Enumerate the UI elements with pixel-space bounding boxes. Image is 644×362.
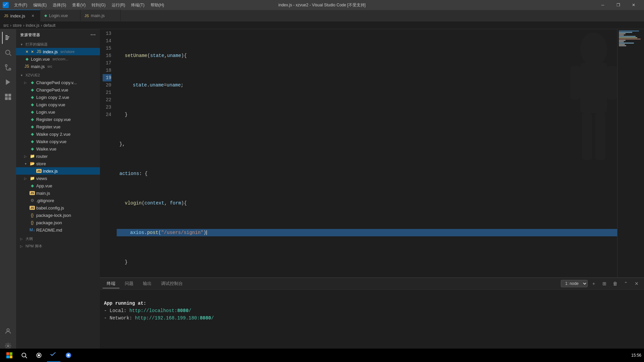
breadcrumb-file[interactable]: index.js xyxy=(26,23,40,28)
window-title: index.js - xzvue2 - Visual Studio Code [… xyxy=(278,2,366,8)
file-changepwd-vue[interactable]: ◆ ChangePwd.vue xyxy=(16,86,100,94)
menu-run[interactable]: 运行(R) xyxy=(109,2,128,9)
breadcrumb-symbol[interactable]: default xyxy=(43,23,55,28)
terminal-tabs-bar: 终端 问题 输出 调试控制台 1: node + ⊞ 🗑 ⌃ ✕ xyxy=(100,278,644,290)
folder-name-router: router xyxy=(36,154,48,159)
chevron-right-icon: ▷ xyxy=(23,81,28,84)
folder-router[interactable]: ▷ 📁 router xyxy=(16,153,100,160)
sidebar-more-icon[interactable]: ··· xyxy=(91,32,96,38)
tab-index-js[interactable]: JS index.js × xyxy=(0,10,40,21)
vue-icon5: ◆ xyxy=(30,110,35,114)
svg-point-7 xyxy=(9,68,11,70)
open-file-index-js[interactable]: ✕ ✕ JS index.js src\store xyxy=(16,48,100,55)
close-button[interactable]: ✕ xyxy=(626,0,641,10)
file-readme[interactable]: M↓ README.md xyxy=(16,226,100,234)
tab-main-js[interactable]: JS main.js xyxy=(80,10,121,21)
menu-select[interactable]: 选择(S) xyxy=(50,2,69,9)
breadcrumb-store[interactable]: store xyxy=(13,23,22,28)
file-app-vue[interactable]: ◆ App.vue xyxy=(16,182,100,189)
file-main-js[interactable]: JS main.js xyxy=(16,189,100,197)
taskbar-vscode[interactable] xyxy=(47,349,60,362)
folder-changepwd-copy[interactable]: ▷ ◆ ChangePwd copy.v... xyxy=(16,79,100,86)
search-icon[interactable] xyxy=(2,47,14,59)
folder-icon-store: 📂 xyxy=(30,161,35,166)
start-button[interactable] xyxy=(3,349,16,362)
sidebar-header: 资源管理器 ··· xyxy=(16,29,100,41)
npm-expand-icon: ▷ xyxy=(19,244,24,248)
terminal-line-local: - Local: http://localhost:8080/ xyxy=(104,307,640,314)
vue-icon8: ◆ xyxy=(30,132,35,136)
file-babel-config[interactable]: JS babel.config.js xyxy=(16,204,100,212)
tab-login-vue[interactable]: ◆ Login.vue xyxy=(40,10,80,21)
svg-point-31 xyxy=(67,354,70,357)
breadcrumb: src › store › index.js › default xyxy=(0,22,644,29)
terminal-content[interactable]: App running at: - Local: http://localhos… xyxy=(100,290,644,355)
accounts-icon[interactable] xyxy=(2,325,14,337)
file-login-copy2[interactable]: ◆ Login copy 2.vue xyxy=(16,94,100,101)
menu-file[interactable]: 文件(F) xyxy=(11,2,30,9)
file-register-vue[interactable]: ◆ Register.vue xyxy=(16,123,100,130)
local-url-link[interactable]: http://localhost:8080/ xyxy=(129,308,192,313)
npm-section[interactable]: ▷ NPM 脚本 xyxy=(16,242,100,250)
outline-section[interactable]: ▷ 大纲 xyxy=(16,235,100,242)
open-file-main-js[interactable]: JS main.js src xyxy=(16,63,100,70)
open-editors-section[interactable]: ▾ 打开的编辑器 xyxy=(16,41,100,48)
js-icon: ✕ xyxy=(24,50,30,54)
app-container: JS index.js × ◆ Login.vue JS main.js src… xyxy=(0,10,644,362)
kill-terminal-button[interactable]: 🗑 xyxy=(610,280,620,288)
run-debug-icon[interactable] xyxy=(2,76,14,88)
open-file-login-vue[interactable]: ◆ Login.vue src\com... xyxy=(16,55,100,63)
explorer-icon[interactable] xyxy=(2,32,14,44)
terminal-instance-select[interactable]: 1: node xyxy=(561,280,588,287)
taskbar-chrome[interactable] xyxy=(62,349,75,362)
taskbar-search[interactable] xyxy=(17,349,31,362)
terminal-tab-debug[interactable]: 调试控制台 xyxy=(157,279,187,288)
menu-terminal[interactable]: 终端(T) xyxy=(128,2,147,9)
network-url-link[interactable]: http://192.168.199.180:8080/ xyxy=(135,315,214,321)
json-icon-lock: {} xyxy=(30,213,35,218)
folder-views[interactable]: ▷ 📁 views xyxy=(16,175,100,182)
vue-icon-app: ◆ xyxy=(30,183,35,188)
code-content[interactable]: setUname(state,uname){ state.uname=uname… xyxy=(117,29,617,278)
svg-point-29 xyxy=(38,355,40,356)
project-section[interactable]: ▾ XZVUE2 xyxy=(16,71,100,79)
tab-label-index-js: index.js xyxy=(10,13,25,18)
file-login-vue[interactable]: ◆ Login.vue xyxy=(16,108,100,116)
file-name-babel: babel.config.js xyxy=(36,205,64,210)
terminal-tab-problems[interactable]: 问题 xyxy=(121,279,138,288)
terminal-tab-terminal[interactable]: 终端 xyxy=(103,279,119,288)
new-terminal-button[interactable]: + xyxy=(589,280,598,288)
code-editor[interactable]: 13 14 15 16 17 18 19 20 21 22 23 24 xyxy=(100,29,644,278)
source-control-icon[interactable] xyxy=(2,61,14,73)
terminal-tab-output[interactable]: 输出 xyxy=(139,279,156,288)
close-icon-open[interactable]: ✕ xyxy=(31,50,34,54)
svg-rect-3 xyxy=(5,39,8,40)
maximize-panel-button[interactable]: ⌃ xyxy=(621,280,631,288)
taskbar-time[interactable]: 15:56 xyxy=(631,353,641,358)
breadcrumb-src[interactable]: src xyxy=(3,23,9,28)
open-editors-label: 打开的编辑器 xyxy=(25,42,48,47)
split-terminal-button[interactable]: ⊞ xyxy=(600,280,609,288)
close-panel-button[interactable]: ✕ xyxy=(632,280,641,288)
minimize-button[interactable]: ─ xyxy=(595,0,610,10)
tab-close-index-js[interactable]: × xyxy=(30,13,36,19)
menu-goto[interactable]: 转到(G) xyxy=(89,2,108,9)
file-waike-copy[interactable]: ◆ Waike copy.vue xyxy=(16,138,100,145)
file-waike-vue[interactable]: ◆ Waike.vue xyxy=(16,145,100,153)
code-line-16: }, xyxy=(117,140,617,148)
file-gitignore[interactable]: ⚙ .gitignore xyxy=(16,197,100,204)
file-package-lock[interactable]: {} package-lock.json xyxy=(16,212,100,219)
file-waike-copy2[interactable]: ◆ Waike copy 2.vue xyxy=(16,130,100,138)
menu-help[interactable]: 帮助(H) xyxy=(148,2,167,9)
file-login-copy[interactable]: ◆ Login copy.vue xyxy=(16,101,100,108)
file-name-7: Register.vue xyxy=(36,124,60,129)
folder-store[interactable]: ▾ 📂 store xyxy=(16,160,100,167)
taskbar-cortana[interactable] xyxy=(32,349,46,362)
file-package-json[interactable]: {} package.json xyxy=(16,219,100,226)
restore-button[interactable]: ❐ xyxy=(610,0,626,10)
menu-view[interactable]: 查看(V) xyxy=(69,2,88,9)
file-register-copy[interactable]: ◆ Register copy.vue xyxy=(16,116,100,123)
menu-edit[interactable]: 编辑(E) xyxy=(31,2,49,9)
file-store-index-js[interactable]: JS index.js xyxy=(16,167,100,175)
extensions-icon[interactable] xyxy=(2,91,14,103)
